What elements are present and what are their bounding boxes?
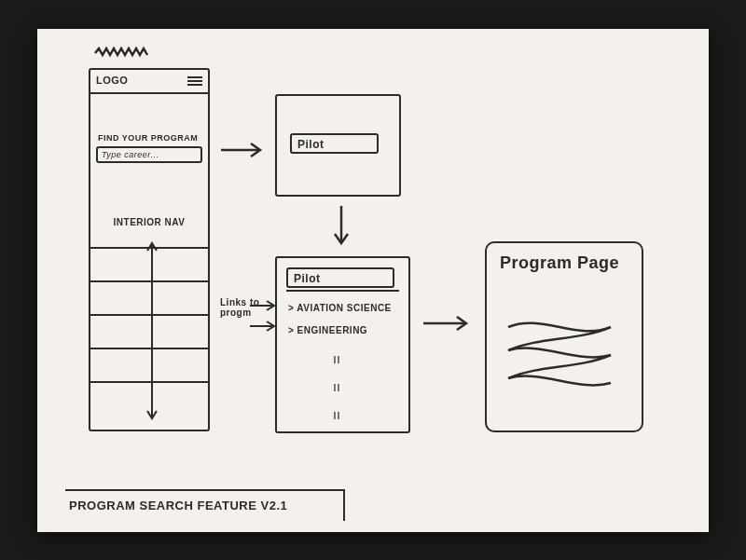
arrow-right-icon [250,299,280,316]
search-input[interactable]: Type career... [96,146,202,163]
search-value: Pilot [297,138,325,151]
arrow-down-icon [332,204,351,253]
result-link[interactable]: > ENGINEERING [288,325,367,335]
vertical-scroll-arrow-icon [146,238,158,428]
results-panel: Pilot > AVIATION SCIENCE > ENGINEERING ı… [275,256,410,433]
result-link[interactable]: > AVIATION SCIENCE [288,303,392,313]
program-page-panel: Program Page [485,241,643,432]
arrow-right-icon [250,320,280,336]
footer-caption: PROGRAM SEARCH FEATURE V2.1 [69,499,287,512]
search-label: FIND YOUR PROGRAM [98,133,198,143]
search-input-typed[interactable]: Pilot [290,133,379,154]
search-typed-panel: Pilot [275,94,401,197]
arrow-right-icon [219,141,266,163]
search-placeholder: Type career... [102,150,159,159]
wireframe-sketch: LOGO FIND YOUR PROGRAM Type career... IN… [37,29,709,532]
scribble-crossout [93,46,149,59]
hamburger-icon[interactable] [187,76,202,86]
mobile-header-bar: LOGO [90,70,208,94]
search-value-results: Pilot [294,272,321,285]
arrow-right-icon [421,314,474,336]
content-squiggle [504,318,615,402]
results-divider [286,290,399,292]
program-page-title: Program Page [500,254,619,273]
search-input-results[interactable]: Pilot [286,267,394,288]
footer-caption-box: PROGRAM SEARCH FEATURE V2.1 [65,489,345,521]
mobile-wireframe: LOGO FIND YOUR PROGRAM Type career... IN… [89,68,210,431]
interior-nav-label: INTERIOR NAV [90,217,208,227]
logo-text: LOGO [96,75,128,86]
ditto-marks: ıı ıı ıı [333,351,340,422]
